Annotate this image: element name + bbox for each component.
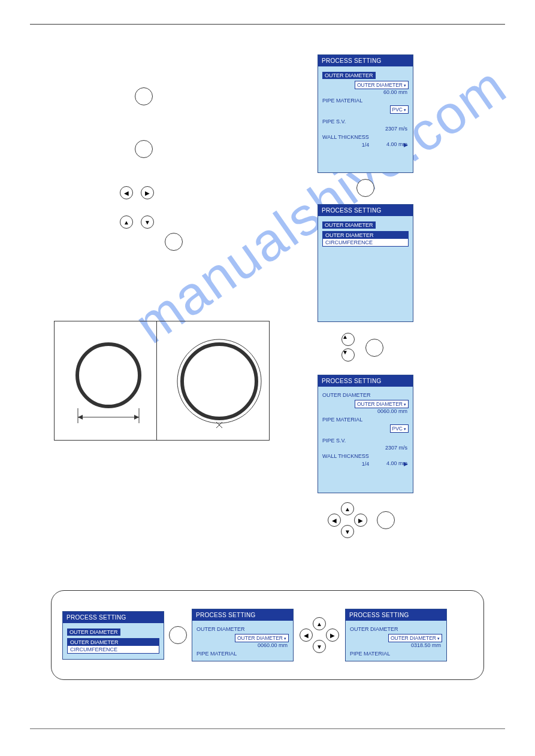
panel-title: PROCESS SETTING (318, 55, 413, 66)
panel-title: PROCESS SETTING (63, 612, 164, 623)
svg-marker-4 (78, 415, 83, 420)
outer-diameter-value: 0060.00 mm (197, 642, 288, 648)
down-arrow-icon: ▼ (313, 640, 326, 653)
device-screen-mini-a: PROCESS SETTING OUTER DIAMETER OUTER DIA… (62, 611, 164, 660)
dropdown-pipe-material[interactable]: PVC (390, 424, 409, 433)
outer-diameter-value: 60.00 mm (322, 89, 407, 95)
panel-title: PROCESS SETTING (318, 375, 413, 387)
page-indicator: 1/4 (362, 461, 370, 467)
left-arrow-icon: ◀ (300, 629, 313, 642)
field-label: PIPE S.V. (322, 438, 409, 444)
list-item[interactable]: OUTER DIAMETER (323, 232, 408, 239)
pipe-sv-value: 2307 m/s (322, 126, 407, 132)
field-label: PIPE MATERIAL (322, 98, 409, 104)
page-indicator: 1/4 (362, 142, 370, 148)
pipe-sv-value: 2307 m/s (322, 445, 407, 451)
device-screen-mini-b: PROCESS SETTING OUTER DIAMETER OUTER DIA… (192, 609, 294, 661)
dropdown-outer-diameter[interactable]: OUTER DIAMETER (388, 634, 442, 642)
device-screen-mini-c: PROCESS SETTING OUTER DIAMETER OUTER DIA… (345, 609, 447, 661)
up-arrow-icon: ▲ (313, 617, 326, 630)
up-arrow-icon: ▲ (120, 215, 133, 229)
left-arrow-icon: ◀ (328, 514, 341, 527)
next-page-icon: ▶ (404, 461, 408, 467)
down-arrow-icon: ▼ (341, 525, 354, 538)
step-button (169, 626, 187, 644)
dropdown-open-list[interactable]: OUTER DIAMETER CIRCUMFERENCE (322, 231, 409, 247)
device-screen-1: PROCESS SETTING OUTER DIAMETER OUTER DIA… (318, 54, 413, 173)
pipe-outer-diameter-diagram (69, 333, 147, 429)
field-label: WALL THICKNESS (322, 453, 409, 459)
field-label: PIPE MATERIAL (197, 651, 289, 657)
outer-diameter-value: 0060.00 mm (322, 408, 407, 414)
dropdown-outer-diameter[interactable]: OUTER DIAMETER (235, 634, 289, 642)
dpad-icon: ▲ ▼ ◀ ▶ (327, 502, 368, 538)
list-item[interactable]: OUTER DIAMETER (68, 639, 159, 646)
right-arrow-icon: ▶ (326, 629, 339, 642)
dropdown-outer-diameter[interactable]: OUTER DIAMETER (355, 400, 409, 408)
field-label-highlighted: OUTER DIAMETER (322, 221, 376, 229)
field-label: OUTER DIAMETER (322, 392, 409, 398)
svg-marker-5 (134, 415, 139, 420)
field-label: PIPE MATERIAL (350, 651, 442, 657)
step-button (365, 339, 383, 357)
step-button (356, 179, 374, 197)
panel-title: PROCESS SETTING (192, 609, 293, 621)
left-arrow-icon: ◀ (120, 186, 133, 199)
step-button (135, 140, 153, 158)
svg-point-0 (77, 344, 140, 406)
pipe-circumference-diagram (174, 333, 264, 435)
dropdown-open-list[interactable]: OUTER DIAMETER CIRCUMFERENCE (67, 638, 159, 654)
device-screen-2: PROCESS SETTING OUTER DIAMETER OUTER DIA… (318, 204, 413, 322)
up-arrow-icon: ▲ (341, 333, 355, 346)
panel-title: PROCESS SETTING (346, 609, 446, 621)
pipe-diagram (54, 321, 270, 441)
next-page-icon: ▶ (404, 142, 408, 148)
outer-diameter-value: 0318.50 mm (350, 642, 441, 648)
panel-title: PROCESS SETTING (318, 205, 413, 216)
up-arrow-icon: ▲ (341, 502, 354, 515)
device-screen-3: PROCESS SETTING OUTER DIAMETER OUTER DIA… (318, 375, 413, 493)
step-button (165, 233, 183, 251)
dropdown-pipe-material[interactable]: PVC (390, 105, 409, 114)
right-arrow-icon: ▶ (141, 186, 154, 199)
field-label: OUTER DIAMETER (197, 626, 289, 632)
dropdown-outer-diameter[interactable]: OUTER DIAMETER (355, 81, 409, 89)
field-label: OUTER DIAMETER (350, 626, 442, 632)
list-item[interactable]: CIRCUMFERENCE (68, 646, 159, 653)
dpad-icon: ▲ ▼ ◀ ▶ (298, 617, 340, 653)
field-label: PIPE S.V. (322, 119, 409, 125)
step-button (135, 87, 153, 105)
field-label: PIPE MATERIAL (322, 417, 409, 423)
down-arrow-icon: ▼ (141, 215, 154, 229)
step-button (377, 511, 395, 529)
list-item[interactable]: CIRCUMFERENCE (323, 239, 408, 246)
svg-point-6 (182, 344, 256, 418)
field-label-highlighted: OUTER DIAMETER (67, 629, 120, 636)
field-label: WALL THICKNESS (322, 134, 409, 140)
sequence-strip: PROCESS SETTING OUTER DIAMETER OUTER DIA… (51, 590, 484, 680)
svg-point-7 (177, 339, 261, 423)
field-label-highlighted: OUTER DIAMETER (322, 72, 376, 79)
down-arrow-icon: ▼ (341, 348, 355, 362)
right-arrow-icon: ▶ (354, 514, 367, 527)
